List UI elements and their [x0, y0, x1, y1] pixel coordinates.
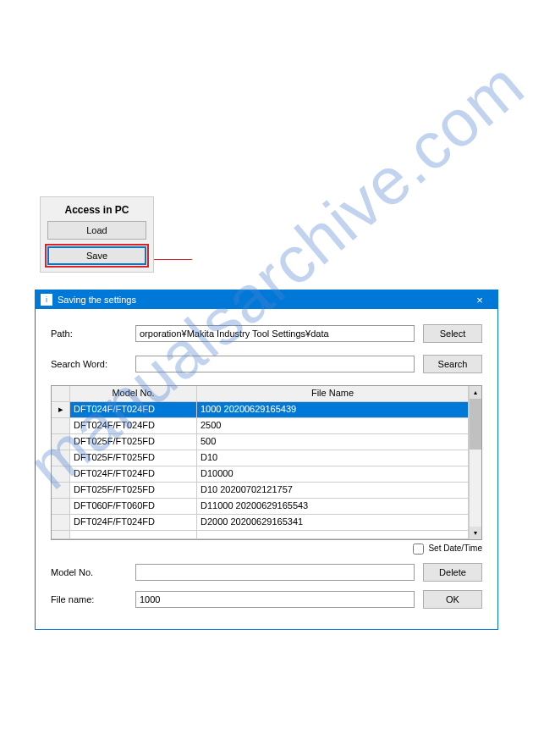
path-label: Path:	[51, 328, 135, 339]
access-panel: Access in PC Load Save	[40, 196, 154, 273]
access-panel-title: Access in PC	[47, 204, 146, 216]
row-selector[interactable]	[52, 434, 70, 450]
model-no-row: Model No. Delete	[51, 563, 482, 582]
selector-column-header	[52, 386, 70, 401]
file-cell: D10000	[197, 466, 469, 482]
model-cell: DFT024F/FT024FD	[70, 466, 197, 482]
file-cell: D11000 20200629165543	[197, 499, 469, 514]
table-row[interactable]: DFT024F/FT024FDD2000 20200629165341	[52, 515, 469, 531]
save-button[interactable]: Save	[47, 246, 146, 265]
model-cell: DFT025F/FT025FD	[70, 450, 197, 466]
search-label: Search Word:	[51, 359, 135, 369]
scroll-down-icon[interactable]: ▾	[470, 527, 481, 539]
file-name-label: File name:	[51, 594, 135, 604]
set-datetime-checkbox[interactable]	[413, 544, 424, 555]
dialog-title: Saving the settings	[58, 295, 467, 305]
table-header: Model No. File Name	[52, 386, 469, 402]
load-button[interactable]: Load	[47, 221, 146, 240]
file-cell: D10	[197, 450, 469, 466]
close-icon[interactable]: ×	[467, 294, 492, 306]
path-input[interactable]	[135, 325, 415, 342]
select-button[interactable]: Select	[423, 324, 482, 343]
search-button[interactable]: Search	[423, 355, 482, 373]
file-name-row: File name: OK	[51, 590, 482, 609]
table-row[interactable]: ▸DFT024F/FT024FD1000 20200629165439	[52, 402, 469, 418]
model-cell: DFT024F/FT024FD	[70, 402, 197, 417]
model-no-label: Model No.	[51, 567, 135, 577]
model-cell: DFT024F/FT024FD	[70, 418, 197, 433]
row-selector[interactable]	[52, 483, 70, 498]
table-row[interactable]: DFT060F/FT060FDD11000 20200629165543	[52, 499, 469, 515]
table-row[interactable]: DFT024F/FT024FD2500	[52, 418, 469, 434]
file-table: Model No. File Name ▸DFT024F/FT024FD1000…	[51, 385, 482, 540]
dialog-titlebar: i Saving the settings ×	[36, 290, 497, 309]
table-row[interactable]: DFT025F/FT025FDD10	[52, 450, 469, 466]
file-cell: 1000 20200629165439	[197, 402, 469, 417]
model-cell: DFT024F/FT024FD	[70, 515, 197, 530]
dialog-body: Path: Select Search Word: Search Model N…	[36, 309, 497, 629]
set-datetime-label: Set Date/Time	[428, 544, 482, 553]
model-cell: DFT025F/FT025FD	[70, 434, 197, 450]
file-name-input[interactable]	[135, 591, 415, 608]
file-cell: 2500	[197, 418, 469, 433]
callout-line	[154, 259, 192, 260]
model-no-input[interactable]	[135, 564, 415, 581]
set-datetime-row: Set Date/Time	[51, 544, 482, 555]
table-row[interactable]: DFT025F/FT025FD500	[52, 434, 469, 450]
file-cell: D2000 20200629165341	[197, 515, 469, 530]
scroll-up-icon[interactable]: ▴	[470, 386, 481, 399]
model-cell: DFT025F/FT025FD	[70, 483, 197, 498]
dialog-icon: i	[41, 294, 52, 306]
file-cell: 500	[197, 434, 469, 450]
model-column-header: Model No.	[70, 386, 197, 401]
table-scrollbar[interactable]: ▴ ▾	[469, 386, 481, 539]
search-input[interactable]	[135, 356, 415, 372]
row-selector[interactable]	[52, 418, 70, 433]
delete-button[interactable]: Delete	[423, 563, 482, 582]
file-cell: D10 20200702121757	[197, 483, 469, 498]
file-column-header: File Name	[197, 386, 469, 401]
row-selector[interactable]: ▸	[52, 402, 70, 417]
table-row[interactable]: DFT024F/FT024FDD10000	[52, 466, 469, 483]
table-row[interactable]: DFT025F/FT025FDD10 20200702121757	[52, 483, 469, 499]
scroll-thumb[interactable]	[470, 399, 481, 450]
ok-button[interactable]: OK	[423, 590, 482, 609]
row-selector[interactable]	[52, 450, 70, 466]
row-selector[interactable]	[52, 466, 70, 482]
table-row[interactable]	[52, 531, 469, 539]
save-settings-dialog: i Saving the settings × Path: Select Sea…	[35, 290, 498, 630]
row-selector[interactable]	[52, 499, 70, 514]
row-selector[interactable]	[52, 515, 70, 530]
path-row: Path: Select	[51, 324, 482, 343]
model-cell: DFT060F/FT060FD	[70, 499, 197, 514]
search-row: Search Word: Search	[51, 355, 482, 373]
